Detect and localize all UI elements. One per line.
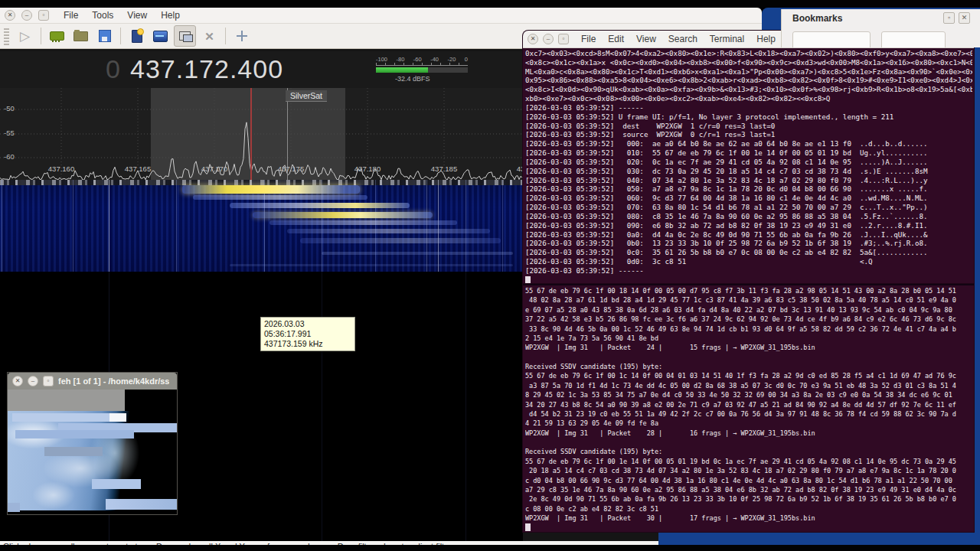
- pan-arrows-icon[interactable]: [231, 26, 252, 46]
- terminal-line: [2026-03-03 05:39:52] 040: 07 34 a2 80 1…: [525, 176, 972, 185]
- terminal-line: [2026-03-03 05:39:52] 070: 63 8a 80 1c 5…: [525, 203, 972, 212]
- y-tick-label: -55: [4, 129, 15, 137]
- minimize-icon[interactable]: –: [543, 34, 554, 44]
- terminal-line: 2e 8c 49 0d 90 71 55 6b ab 0a fa 9b 26 1…: [525, 494, 972, 504]
- menu[interactable]: Terminal: [704, 32, 750, 46]
- waterfall-display[interactable]: [0, 180, 523, 272]
- x-tick-label: 437.170: [193, 165, 236, 173]
- maximize-icon[interactable]: ▫: [38, 10, 49, 21]
- menu[interactable]: Tools: [85, 8, 120, 22]
- minimize-icon[interactable]: –: [21, 10, 32, 21]
- tools-icon[interactable]: ✕: [199, 26, 220, 46]
- menu[interactable]: File: [575, 32, 602, 46]
- undecoded-block: [106, 499, 177, 510]
- y-tick-label: -60: [4, 152, 15, 161]
- feh-title-text: feh [1 of 1] - /home/k4kdr/ss: [58, 377, 169, 386]
- x-tick-label: 437.175: [270, 165, 312, 173]
- undecoded-block: [12, 413, 109, 422]
- terminal-line: 20 18 a5 14 c4 c7 03 cd 38 73 4d 07 34 a…: [525, 466, 972, 475]
- folder-glyph: [74, 31, 88, 41]
- menu[interactable]: View: [630, 32, 662, 46]
- iq-ram-icon[interactable]: [47, 26, 67, 46]
- waterfall-line: [73, 180, 74, 272]
- maximize-icon[interactable]: ▫: [558, 34, 569, 44]
- terminal-line: <0x8c>I<0x0d><0x90>qUk<0xab><0x0a><0xfa>…: [525, 85, 972, 94]
- menu[interactable]: Help: [750, 32, 782, 46]
- save-floppy-icon[interactable]: [94, 26, 115, 46]
- terminal-line: 4 21 59 13 63 29 05 4e 09 fd fe 8a: [525, 419, 972, 428]
- terminal-line: 0xc7><0x03><0xcd>8sM<0x07>4<0xa2><0x80><…: [525, 49, 972, 58]
- dock-close-icon[interactable]: ✕: [959, 12, 970, 24]
- terminal-line: [2026-03-03 05:39:52] 080: c8 35 1e 46 7…: [525, 212, 972, 221]
- terminal-cursor: [525, 523, 531, 531]
- terminal2-output[interactable]: 55 67 de eb 79 6c 1f 00 18 14 0f 00 05 0…: [523, 285, 974, 523]
- open-folder-icon[interactable]: [70, 26, 91, 46]
- signal-meter: -100-80-60-40-200 -32.4 dBFS: [374, 56, 470, 86]
- close-icon[interactable]: ✕: [12, 376, 23, 386]
- close-icon[interactable]: ✕: [528, 34, 538, 44]
- separator: [225, 28, 226, 44]
- terminal-line: 33 8c 90 4d 46 5b 0a 00 1c 52 46 49 63 8…: [525, 324, 972, 334]
- minimize-icon[interactable]: –: [28, 376, 38, 386]
- terminal-line: [525, 353, 972, 362]
- menu[interactable]: View: [120, 8, 154, 22]
- undecoded-block: [109, 413, 126, 422]
- signal-trace: [322, 252, 513, 255]
- waterfall-line: [322, 272, 322, 541]
- signal-trace: [182, 185, 360, 194]
- undecoded-block: [8, 390, 125, 411]
- menu[interactable]: Help: [154, 8, 187, 22]
- x-tick-label: 437.160: [40, 165, 83, 173]
- book-glyph: [132, 30, 142, 43]
- terminal1-output[interactable]: 0xc7><0x03><0xcd>8sM<0x07>4<0xa2><0x80><…: [523, 48, 974, 276]
- menu[interactable]: Search: [662, 32, 704, 46]
- terminal-line: [2026-03-03 05:39:52] 030: dc 73 0a 29 4…: [525, 167, 972, 176]
- menu[interactable]: Edit: [602, 32, 630, 46]
- terminal-line: [2026-03-03 05:39:52] 060: 9c d3 77 64 0…: [525, 194, 972, 203]
- waterfall-line: [466, 272, 466, 541]
- dock-float-icon[interactable]: ▫: [943, 12, 955, 24]
- new-bookmark-icon[interactable]: [126, 26, 147, 46]
- meter-reading: -32.4 dBFS: [395, 75, 470, 83]
- screen-top-strip: [0, 0, 980, 8]
- spectrum-plot[interactable]: SilverSat -50-55-60 437.160437.165437.17…: [0, 88, 523, 180]
- signal-trace: [270, 220, 457, 225]
- terminal-line: a3 87 5a 70 1d f1 4d 1c 73 4e dd 4c 05 0…: [525, 381, 972, 390]
- terminal1-menus: FileEditViewSearchTerminalHelp: [575, 32, 782, 46]
- terminal-line: [2026-03-03 05:39:52] 020: 0c 1a ec 7f a…: [525, 158, 972, 167]
- separator: [41, 28, 41, 44]
- screen-bottom-strip: [0, 545, 980, 551]
- terminal-line: c d0 04 b8 00 66 90 9c d3 77 64 00 4d 38…: [525, 476, 972, 485]
- play-icon[interactable]: ▷: [15, 26, 35, 46]
- meter-tick: -40: [430, 56, 439, 63]
- bookmarks-field[interactable]: [792, 31, 871, 47]
- remote-control-icon[interactable]: [174, 25, 196, 47]
- meter-tick: 0: [465, 56, 468, 63]
- background-window-bottom: [658, 532, 980, 545]
- tooltip-time: 2026.03.03 05:36:17.991: [264, 319, 351, 339]
- spectrum-display-icon[interactable]: [150, 26, 171, 46]
- close-icon[interactable]: ✕: [5, 10, 15, 21]
- meter-bar: [376, 67, 468, 73]
- bookmark-tag[interactable]: SilverSat: [286, 90, 327, 102]
- tools-glyph: ✕: [204, 31, 214, 42]
- floppy-glyph: [99, 30, 111, 42]
- maximize-icon[interactable]: ▫: [43, 376, 54, 386]
- waterfall-line: [438, 180, 439, 272]
- menu[interactable]: File: [57, 8, 85, 22]
- terminal-line: [2026-03-03 05:39:52] 050: a7 a8 e7 9a 8…: [525, 184, 972, 194]
- ram-glyph: [50, 31, 64, 41]
- feh-titlebar[interactable]: ✕ – ▫ feh [1 of 1] - /home/k4kdr/ss: [8, 373, 177, 390]
- waterfall-line: [176, 180, 177, 272]
- terminal-line: [2026-03-03 05:39:52] U frame UI: p/f=1,…: [525, 112, 972, 122]
- pc-glyph: [179, 31, 191, 41]
- bookmarks-field[interactable]: [881, 31, 946, 47]
- tuning-line[interactable]: [250, 88, 252, 180]
- toolbar-grip[interactable]: [4, 27, 9, 45]
- undecoded-block: [8, 503, 20, 512]
- terminal-line: 8 29 45 02 1c 3a 53 85 34 75 a7 0e d4 c0…: [525, 390, 972, 399]
- terminal-line: [2026-03-03 05:39:52] source WP2XGW 0 c/…: [525, 130, 972, 139]
- frequency-readout[interactable]: 0 437.172.400 -100-80-60-40-200 -32.4 dB…: [0, 51, 523, 88]
- frequency-value[interactable]: 437.172.400: [130, 54, 283, 84]
- frequency-leading-zero: 0: [106, 54, 120, 84]
